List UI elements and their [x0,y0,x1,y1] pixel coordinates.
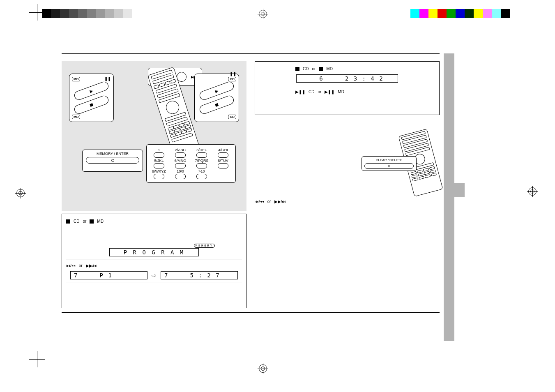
stop-icon-r2 [319,67,323,71]
play-pause-icon-cd: ▶❚❚ [295,90,305,94]
key-8: 8/TUV [218,159,228,163]
track-lcd-row: 7 P 1 ⇨ 7 5 : 2 7 [66,271,242,279]
lcd-program: P R O G R A M MEMORY [109,248,199,256]
footer-rule [62,312,440,313]
color-bar-right [410,9,510,18]
check-program-row: ⏮/◀◀ or ▶▶/⏭ [255,199,440,204]
right-lcd-row: 6 2 3 : 4 2 [259,74,435,83]
remote-illustration-main: ⏮◀◀ ▶▶⏭ MD ❚❚ ▶ MD CD ❚❚ ▶ [62,61,246,211]
header-rule [62,53,440,57]
registration-mark-right [528,187,537,196]
pause-icon: ❚❚ [104,76,111,81]
clear-delete-callout: CLEAR / DELETE [362,156,417,171]
color-bar-left [42,9,132,18]
md-buttons-callout: MD ❚❚ ▶ MD [69,74,114,122]
key-1: 1 [158,148,160,152]
keypad-callout: 1 2/ABC 3/DEF 4/GHI 5/JKL 6/MNO 7/PQRS 8… [146,144,236,183]
left-instruction-panel: CD or MD P R O G R A M MEMORY ⏮/◀◀ or ▶ [62,214,246,308]
key-6: 6/MNO [175,159,187,163]
step-1-row: CD or MD [66,219,242,224]
skip-back-icon-inline2: ⏮/◀◀ [255,199,264,204]
key-4: 4/GHI [218,148,228,152]
registration-mark-bottom [259,364,267,373]
arrow-right-icon: ⇨ [152,272,157,279]
cd-tag-top: CD [228,77,236,81]
key-7: 7/PQRS [195,159,208,163]
right-step1-row: CD or MD [259,67,435,71]
step-3-row: ⏮/◀◀ or ▶▶/⏭ [66,263,242,268]
clear-delete-illustration: CLEAR / DELETE [255,131,440,191]
crop-mark-tl [29,4,45,21]
step1-cd-label: CD [74,219,79,224]
memory-enter-label: MEMORY / ENTER [86,152,139,156]
lcd-memory-badge: MEMORY [194,244,215,248]
cd-tag-bottom: CD [228,115,236,119]
skip-fwd-icon-inline: ▶▶/⏭ [86,263,98,268]
key-3: 3/DEF [196,148,207,152]
pause-icon-cd: ❚❚ [230,71,236,76]
memory-enter-button [86,157,139,164]
skip-back-icon-inline: ⏮/◀◀ [66,263,76,268]
key-9: 9/WXYZ [152,169,166,173]
lcd-track-left: 7 P 1 [70,271,147,279]
play-pause-icon-md: ▶❚❚ [325,90,334,94]
program-lcd-row: P R O G R A M MEMORY [66,248,242,256]
key-10: 10/0 [177,169,184,173]
page-thumb-tab [444,183,465,197]
key-gt10: >10 [198,169,205,173]
step1-or: or [83,219,86,224]
memory-enter-callout: MEMORY / ENTER [82,150,143,172]
clear-delete-label: CLEAR / DELETE [364,158,414,162]
lcd-track-right: 7 5 : 2 7 [161,271,238,279]
step1-md-label: MD [97,219,104,224]
step3-or: or [79,263,83,268]
lcd-program-text: P R O G R A M [124,249,185,256]
key-2: 2/ABC [175,148,186,152]
clear-delete-button [364,163,414,169]
right-play-row: ▶❚❚ CD or ▶❚❚ MD [259,90,435,94]
lcd-total: 6 2 3 : 4 2 [296,74,398,83]
md-tag-bottom: MD [72,115,80,119]
right-top-panel: CD or MD 6 2 3 : 4 2 ▶❚❚ CD [255,61,440,115]
crop-mark-bl [29,351,45,367]
skip-fwd-icon-inline2: ▶▶/⏭ [274,199,286,204]
key-5: 5/JKL [154,159,164,163]
stop-icon-2 [90,219,94,224]
stop-icon-r1 [295,67,299,71]
stop-icon [66,219,70,224]
md-tag-top: MD [72,77,80,81]
registration-mark-left [16,189,25,197]
registration-mark-top [259,10,267,18]
page-side-bar [444,53,454,341]
